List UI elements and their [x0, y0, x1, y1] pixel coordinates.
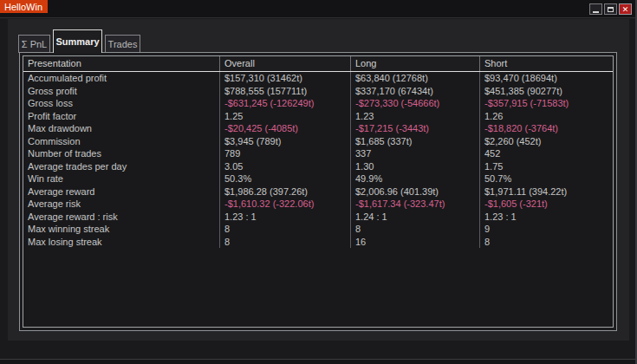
- cell-overall: 50.3%: [220, 172, 351, 185]
- summary-tab-page: Presentation Overall Long Short Accumula…: [19, 52, 617, 331]
- cell-short: 1.26: [480, 110, 613, 123]
- cell-long: -$17,215 (-3443t): [351, 122, 480, 135]
- cell-short: 452: [480, 147, 613, 160]
- cell-overall: 8: [220, 223, 351, 236]
- table-row[interactable]: Average reward : risk1.23 : 11.24 : 11.2…: [23, 211, 613, 224]
- cell-overall: $1,986.28 (397.26t): [220, 185, 351, 198]
- table-row[interactable]: Gross loss-$631,245 (-126249t)-$273,330 …: [23, 97, 613, 110]
- table-row[interactable]: Accumulated profit$157,310 (31462t)$63,8…: [23, 72, 613, 85]
- cell-label: Number of trades: [23, 147, 220, 160]
- cell-long: 49.9%: [351, 172, 480, 185]
- table-row[interactable]: Max drawdown-$20,425 (-4085t)-$17,215 (-…: [23, 122, 613, 135]
- cell-short: -$357,915 (-71583t): [480, 97, 613, 110]
- column-header-long[interactable]: Long: [351, 56, 480, 71]
- column-header-short[interactable]: Short: [480, 56, 613, 71]
- cell-label: Average reward : risk: [23, 211, 220, 224]
- cell-long: $337,170 (67434t): [351, 85, 480, 98]
- cell-overall: $788,555 (157711t): [220, 85, 351, 98]
- column-header-overall[interactable]: Overall: [220, 56, 351, 71]
- title-bar: HelloWin ✕: [0, 0, 637, 18]
- column-header-presentation[interactable]: Presentation: [23, 56, 220, 71]
- window-controls: ✕: [589, 3, 632, 15]
- table-row[interactable]: Profit factor1.251.231.26: [23, 110, 613, 123]
- cell-overall: 789: [220, 147, 351, 160]
- cell-overall: -$631,245 (-126249t): [220, 97, 351, 110]
- top-tabstrip: Σ PnL Summary Trades: [18, 29, 616, 53]
- cell-long: -$273,330 (-54666t): [351, 97, 480, 110]
- cell-short: 1.75: [480, 160, 613, 173]
- cell-label: Gross profit: [23, 85, 220, 98]
- table-row[interactable]: Max winning streak889: [23, 223, 613, 236]
- cell-short: $2,260 (452t): [480, 135, 613, 148]
- cell-long: -$1,617.34 (-323.47t): [351, 198, 480, 211]
- cell-label: Max winning streak: [23, 223, 220, 236]
- table-row[interactable]: Win rate50.3%49.9%50.7%: [23, 172, 613, 185]
- cell-label: Commission: [23, 135, 220, 148]
- client-area: Σ PnL Summary Trades Presentation Overal…: [8, 19, 629, 341]
- table-row[interactable]: Average trades per day3.051.301.75: [23, 160, 613, 173]
- table-row[interactable]: Average risk-$1,610.32 (-322.06t)-$1,617…: [23, 198, 613, 211]
- window-frame-bottom: [0, 359, 637, 364]
- cell-short: 8: [480, 236, 613, 249]
- table-body: Accumulated profit$157,310 (31462t)$63,8…: [23, 72, 613, 248]
- cell-label: Accumulated profit: [23, 72, 220, 85]
- cell-long: $2,006.96 (401.39t): [351, 185, 480, 198]
- maximize-icon[interactable]: [604, 3, 617, 15]
- cell-label: Average risk: [23, 198, 220, 211]
- cell-overall: 1.25: [220, 110, 351, 123]
- cell-long: $1,685 (337t): [351, 135, 480, 148]
- cell-overall: $3,945 (789t): [220, 135, 351, 148]
- cell-long: 1.24 : 1: [351, 211, 480, 224]
- cell-short: $1,971.11 (394.22t): [480, 185, 613, 198]
- cell-long: 1.23: [351, 110, 480, 123]
- cell-overall: 3.05: [220, 160, 351, 173]
- table-header: Presentation Overall Long Short: [23, 56, 613, 72]
- tab-pnl[interactable]: Σ PnL: [18, 35, 50, 53]
- cell-overall: 8: [220, 236, 351, 249]
- table-row[interactable]: Average reward$1,986.28 (397.26t)$2,006.…: [23, 185, 613, 198]
- close-icon[interactable]: ✕: [619, 3, 632, 15]
- table-row[interactable]: Max losing streak8168: [23, 236, 613, 249]
- minimize-icon[interactable]: [589, 3, 602, 15]
- cell-short: 50.7%: [480, 172, 613, 185]
- cell-long: 8: [351, 223, 480, 236]
- cell-short: $451,385 (90277t): [480, 85, 613, 98]
- cell-long: 16: [351, 236, 480, 249]
- cell-label: Max drawdown: [23, 122, 220, 135]
- cell-overall: -$1,610.32 (-322.06t): [220, 198, 351, 211]
- cell-short: $93,470 (18694t): [480, 72, 613, 85]
- cell-label: Average trades per day: [23, 160, 220, 173]
- table-row[interactable]: Gross profit$788,555 (157711t)$337,170 (…: [23, 85, 613, 98]
- tab-summary[interactable]: Summary: [53, 29, 102, 53]
- cell-label: Average reward: [23, 185, 220, 198]
- table-row[interactable]: Number of trades789337452: [23, 147, 613, 160]
- cell-label: Profit factor: [23, 110, 220, 123]
- app-window: HelloWin ✕ Σ PnL Summary Trades Presenta…: [0, 0, 637, 364]
- cell-short: 9: [480, 223, 613, 236]
- cell-label: Win rate: [23, 172, 220, 185]
- window-title: HelloWin: [0, 0, 48, 13]
- stats-table: Presentation Overall Long Short Accumula…: [23, 55, 614, 328]
- cell-long: 337: [351, 147, 480, 160]
- cell-short: -$1,605 (-321t): [480, 198, 613, 211]
- tab-trades[interactable]: Trades: [105, 35, 140, 53]
- cell-overall: -$20,425 (-4085t): [220, 122, 351, 135]
- cell-overall: 1.23 : 1: [220, 211, 351, 224]
- cell-label: Gross loss: [23, 97, 220, 110]
- table-row[interactable]: Commission$3,945 (789t)$1,685 (337t)$2,2…: [23, 135, 613, 148]
- cell-long: 1.30: [351, 160, 480, 173]
- cell-overall: $157,310 (31462t): [220, 72, 351, 85]
- cell-long: $63,840 (12768t): [351, 72, 480, 85]
- cell-short: 1.23 : 1: [480, 211, 613, 224]
- cell-short: -$18,820 (-3764t): [480, 122, 613, 135]
- cell-label: Max losing streak: [23, 236, 220, 249]
